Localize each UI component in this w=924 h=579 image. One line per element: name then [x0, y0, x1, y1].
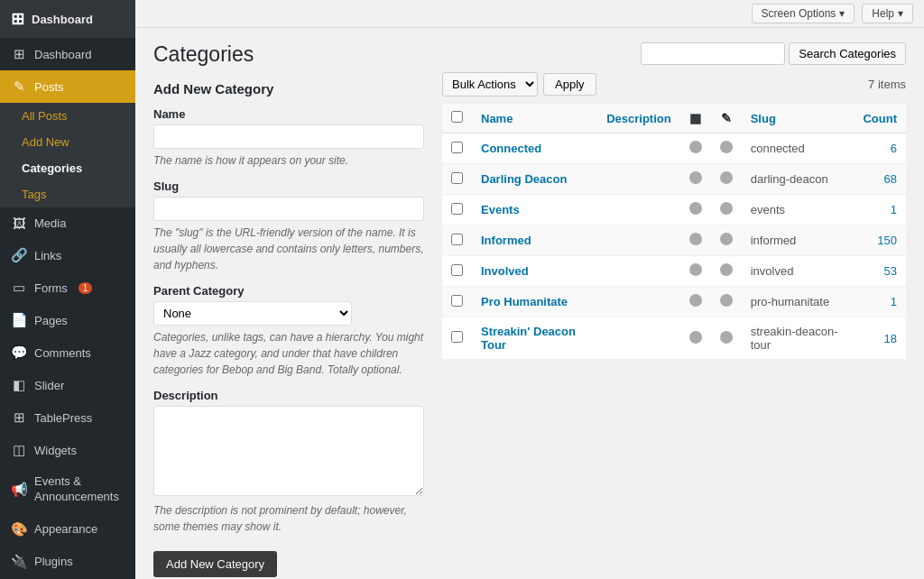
row-checkbox[interactable] [451, 203, 463, 215]
row-dot1-cell [680, 164, 711, 195]
row-count-link[interactable]: 68 [884, 172, 897, 186]
row-count-link[interactable]: 1 [891, 203, 897, 216]
sidebar-sub-categories[interactable]: Categories [0, 155, 135, 181]
row-name-link[interactable]: Informed [481, 234, 531, 247]
row-checkbox[interactable] [451, 172, 463, 184]
content-inner: Categories Add New Category Name The nam… [135, 28, 924, 579]
row-dot1-icon [689, 233, 702, 245]
links-icon: 🔗 [11, 247, 27, 263]
row-checkbox[interactable] [451, 295, 463, 307]
search-button-label: Search Categories [799, 47, 896, 60]
row-slug-cell: informed [742, 225, 855, 256]
row-slug-cell: streakin-deacon-tour [742, 317, 855, 360]
row-count-link[interactable]: 6 [891, 142, 897, 155]
row-dot2-cell [711, 133, 742, 164]
row-count-link[interactable]: 1 [891, 295, 897, 308]
screen-options-button[interactable]: Screen Options ▾ [752, 4, 855, 23]
add-new-category-button[interactable]: Add New Category [153, 551, 277, 577]
table-row: Darling Deacon darling-deacon 68 [442, 164, 906, 195]
sidebar-item-comments[interactable]: 💬 Comments [0, 336, 135, 369]
row-count-cell: 1 [854, 287, 906, 317]
row-checkbox[interactable] [451, 331, 463, 343]
row-name-link[interactable]: Streakin' Deacon Tour [481, 325, 576, 352]
row-name-cell: Informed [472, 225, 597, 256]
row-count-link[interactable]: 18 [884, 332, 897, 345]
row-slug-cell: connected [742, 133, 855, 164]
row-dot2-icon [720, 202, 733, 215]
description-textarea[interactable] [153, 406, 424, 496]
sidebar-item-pages[interactable]: 📄 Pages [0, 304, 135, 336]
sidebar-item-label: Dashboard [34, 48, 92, 61]
parent-select[interactable]: None [153, 301, 352, 326]
sidebar-item-widgets[interactable]: ◫ Widgets [0, 434, 135, 466]
th-checkbox [442, 104, 472, 133]
name-input[interactable] [153, 124, 424, 149]
sidebar-item-posts[interactable]: ✎ Posts [0, 70, 135, 103]
item-count: 7 items [868, 78, 906, 91]
table-icon2: ✎ [721, 111, 732, 125]
sidebar-item-tablepress[interactable]: ⊞ TablePress [0, 401, 135, 434]
table-row: Connected connected 6 [442, 133, 906, 164]
add-new-heading: Add New Category [153, 81, 424, 96]
row-dot1-icon [689, 202, 702, 215]
row-checkbox-cell [442, 256, 472, 287]
name-hint: The name is how it appears on your site. [153, 152, 424, 169]
row-count-link[interactable]: 150 [877, 234, 897, 247]
search-categories-button[interactable]: Search Categories [789, 42, 906, 65]
bulk-actions-select[interactable]: Bulk Actions [442, 72, 538, 96]
sidebar-item-label: Widgets [34, 444, 77, 457]
row-count-cell: 1 [854, 195, 906, 225]
main-area: Screen Options ▾ Help ▾ Categories Add N… [135, 0, 924, 579]
help-button[interactable]: Help ▾ [862, 4, 913, 23]
add-new-category-label: Add New Category [166, 557, 264, 571]
sidebar-item-appearance[interactable]: 🎨 Appearance [0, 513, 135, 546]
table-row: Events events 1 [442, 195, 906, 225]
sidebar-item-media[interactable]: 🖼 Media [0, 207, 135, 239]
sidebar-sub-all-posts[interactable]: All Posts [0, 103, 135, 129]
select-all-checkbox[interactable] [451, 111, 463, 123]
row-dot2-icon [720, 294, 733, 307]
parent-label: Parent Category [153, 284, 424, 298]
row-description-cell [597, 225, 680, 256]
sidebar-item-label: TablePress [34, 411, 92, 425]
row-name-link[interactable]: Events [481, 203, 520, 216]
sidebar-sub-tags[interactable]: Tags [0, 181, 135, 207]
screen-options-chevron-icon: ▾ [839, 7, 845, 20]
row-checkbox[interactable] [451, 264, 463, 276]
topbar: Screen Options ▾ Help ▾ [135, 0, 924, 28]
row-name-link[interactable]: Pro Humanitate [481, 295, 568, 308]
row-name-link[interactable]: Connected [481, 142, 541, 155]
row-name-link[interactable]: Darling Deacon [481, 172, 567, 186]
sidebar-item-forms[interactable]: ▭ Forms 1 [0, 271, 135, 304]
row-checkbox[interactable] [451, 234, 463, 245]
row-count-link[interactable]: 53 [884, 264, 897, 278]
appearance-icon: 🎨 [11, 521, 27, 538]
row-name-link[interactable]: Involved [481, 264, 529, 278]
row-checkbox[interactable] [451, 142, 463, 153]
search-categories-input[interactable] [641, 42, 785, 65]
row-dot2-icon [720, 171, 733, 184]
dashboard-icon: ⊞ [11, 46, 27, 62]
sidebar-item-label: Posts [34, 80, 64, 94]
sidebar-item-plugins[interactable]: 🔌 Plugins [0, 546, 135, 578]
row-dot1-icon [689, 263, 702, 276]
row-dot1-icon [689, 294, 702, 307]
sidebar-item-slider[interactable]: ◧ Slider [0, 369, 135, 401]
table-head: Name Description ▦ ✎ Slug Count [442, 104, 906, 133]
row-slug-cell: darling-deacon [742, 164, 855, 195]
row-dot2-icon [720, 263, 733, 276]
row-dot1-cell [680, 256, 711, 287]
name-field-group: Name The name is how it appears on your … [153, 107, 424, 169]
sidebar-item-label: Plugins [34, 555, 73, 568]
sidebar-sub-add-new[interactable]: Add New [0, 129, 135, 155]
apply-button[interactable]: Apply [543, 73, 596, 96]
sidebar-logo-label: Dashboard [32, 13, 93, 26]
sidebar-item-dashboard[interactable]: ⊞ Dashboard [0, 38, 135, 70]
slug-input[interactable] [153, 197, 424, 221]
parent-field-group: Parent Category None Categories, unlike … [153, 284, 424, 378]
sidebar-logo[interactable]: ⊞ Dashboard [0, 0, 135, 38]
row-checkbox-cell [442, 195, 472, 225]
description-label: Description [153, 389, 424, 402]
sidebar-item-events[interactable]: 📢 Events &Announcements [0, 466, 135, 513]
sidebar-item-links[interactable]: 🔗 Links [0, 239, 135, 271]
